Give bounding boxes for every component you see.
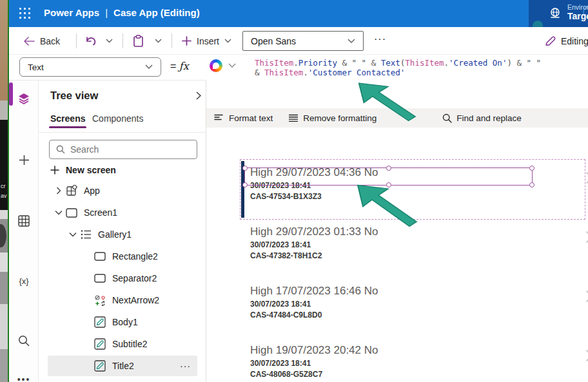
find-and-replace-button[interactable]: Find and replace [435,108,529,128]
desktop-seg [0,272,8,304]
back-button[interactable]: Back [23,27,60,55]
title2-control-selection[interactable] [244,167,533,186]
app-canvas[interactable]: High 29/07/2023 04:36 No30/07/2023 18:41… [206,128,588,382]
back-arrow-icon [23,37,35,46]
chevron-down-icon[interactable] [54,210,63,215]
rail-item-search[interactable] [9,330,39,352]
label-icon [94,360,106,372]
record-body[interactable]: CAS-48068-G5Z8C7 [250,370,573,379]
formula-line: & ThisItem.'Customer Contacted' [255,68,541,77]
tree-item-body1[interactable]: Body1 [48,312,197,332]
record-title[interactable]: High 19/07/2023 20:42 No [250,344,573,357]
gallery-record-3[interactable]: High 17/07/2023 16:46 No30/07/2023 18:41… [250,285,573,320]
font-selected-value: Open Sans [251,36,296,46]
record-title[interactable]: High 17/07/2023 16:46 No [250,285,573,298]
decorative-circle [533,21,543,27]
record-title[interactable]: High 29/07/2023 01:33 No [250,225,573,238]
tree-item-title2[interactable]: Title2··· [48,356,197,376]
left-navigation-rail: {x}••• [9,81,39,382]
undo-dropdown-chevron[interactable] [106,27,113,55]
record-subtitle[interactable]: 30/07/2023 18:41 [250,240,573,249]
record-body[interactable]: CAS-47484-C9L8D0 [250,310,573,320]
editing-label: Editing [561,36,588,46]
desktop-seg-tan [0,0,8,100]
tab-components[interactable]: Components [92,113,143,124]
next-arrow-icon[interactable] [585,231,588,246]
record-body[interactable]: CAS-47382-T8H1C2 [250,251,573,260]
font-family-dropdown[interactable]: Open Sans [242,31,364,51]
desktop-seg [0,219,8,253]
paste-dropdown-chevron[interactable] [155,27,162,55]
remove-formatting-button[interactable]: Remove formatting [280,108,384,128]
property-selector-dropdown[interactable]: Text [19,57,161,77]
grid-icon [18,215,30,227]
resize-handle[interactable] [242,182,248,187]
paste-button[interactable] [133,27,144,55]
rect-icon [94,272,106,284]
insert-label: Insert [197,36,219,46]
new-screen-button[interactable]: New screen [50,165,116,175]
next-arrow-icon[interactable] [585,171,588,187]
formula-line: ThisItem.Priority & " " & Text(ThisItem.… [255,58,541,68]
desktop-background-strip: cr av [0,0,8,382]
rail-item-variables[interactable]: {x} [9,270,39,292]
rect-icon [94,251,106,262]
brand-name: Power Apps [44,7,99,18]
record-subtitle[interactable]: 30/07/2023 18:41 [250,359,573,368]
tree-item-nextarrow2[interactable]: NextArrow2 [48,290,197,310]
editing-mode-indicator[interactable]: Editing [545,27,588,55]
resize-handle[interactable] [529,182,534,187]
formula-property-cell: Text = ƒx [9,55,206,81]
clipboard-icon [133,35,144,48]
tree-item-label: App [84,186,100,196]
property-selected-value: Text [28,62,44,72]
resize-handle[interactable] [386,182,391,187]
tree-item-rectangle2[interactable]: Rectangle2 [48,246,197,267]
gallery-record-2[interactable]: High 29/07/2023 01:33 No30/07/2023 18:41… [250,225,573,260]
gallery-record-4[interactable]: High 19/07/2023 20:42 No30/07/2023 18:41… [250,344,573,379]
app-icon [66,185,77,196]
tab-screens[interactable]: Screens [50,113,85,124]
chevron-down-icon[interactable] [68,232,77,237]
find-and-replace-label: Find and replace [456,113,522,123]
app-launcher-waffle-icon[interactable] [19,8,31,19]
tree-item-screen1[interactable]: Screen1 [48,202,197,223]
rail-item-tree-view[interactable] [9,88,39,110]
resize-handle[interactable] [386,166,391,171]
formula-format-toolbar: Format text Remove formatting Find and r… [206,108,588,128]
insert-button[interactable]: Insert [182,27,231,55]
toolbar-divider [122,33,123,48]
formula-input[interactable]: ThisItem.Priority & " " & Text(ThisItem.… [255,58,541,77]
toolbar-overflow-button[interactable]: ··· [374,33,386,45]
tree-item-subtitle2[interactable]: Subtitle2 [48,334,197,354]
search-icon [18,335,30,347]
tree-item-overflow-button[interactable]: ··· [180,361,191,371]
chevron-down-icon [155,39,162,43]
tree-item-app[interactable]: App [48,180,197,201]
header-title: Power Apps|Case App (Editing) [44,7,200,18]
undo-button[interactable] [85,27,97,55]
rail-item-insert[interactable] [9,149,39,171]
copilot-icon [210,59,222,72]
tree-item-separator2[interactable]: Separator2 [48,268,197,289]
next-arrow-icon[interactable] [585,349,588,365]
tree-search-box[interactable] [49,140,197,159]
plus-icon [182,36,191,46]
chevron-right-icon[interactable] [54,187,63,195]
resize-handle[interactable] [529,166,534,171]
search-input[interactable] [70,144,173,155]
rail-item-data[interactable] [9,210,39,232]
resize-handle[interactable] [242,166,248,171]
next-arrow-icon[interactable] [585,290,588,305]
environment-picker[interactable]: Environment Target [529,0,588,27]
tree-item-gallery1[interactable]: Gallery1 [48,224,197,245]
record-body[interactable]: CAS-47534-B1X3Z3 [250,192,573,201]
chevron-down-icon [145,64,153,70]
record-subtitle[interactable]: 30/07/2023 18:41 [250,300,573,309]
copilot-button[interactable] [210,59,236,72]
format-text-button[interactable]: Format text [206,108,280,128]
tree-item-label: Title2 [112,361,134,371]
nextarrow-icon [94,294,106,306]
rail-item-more[interactable]: ••• [9,368,39,382]
panel-collapse-chevron[interactable] [196,91,201,102]
